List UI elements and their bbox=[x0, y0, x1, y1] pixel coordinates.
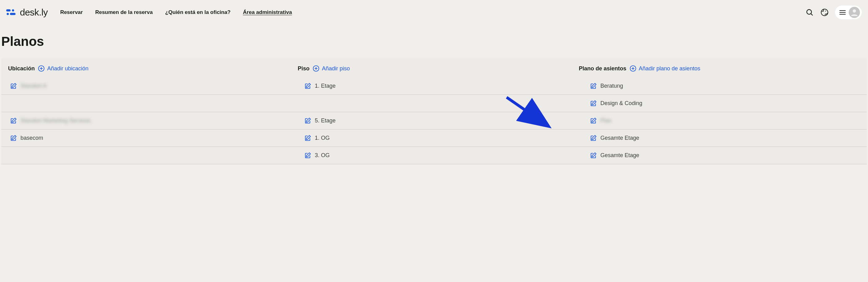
nav-resumen[interactable]: Resumen de la reserva bbox=[95, 9, 153, 15]
globe-icon[interactable] bbox=[820, 8, 829, 17]
edit-icon[interactable] bbox=[10, 135, 17, 142]
user-menu[interactable] bbox=[835, 6, 862, 19]
seatplan-cell: Beratung bbox=[581, 77, 867, 95]
svg-point-7 bbox=[825, 10, 826, 11]
logo-icon bbox=[6, 9, 18, 16]
column-seatplan-label: Plano de asientos bbox=[579, 65, 626, 72]
add-seatplan-button[interactable]: Añadir plano de asientos bbox=[629, 65, 700, 72]
seatplan-name[interactable]: Gesamte Etage bbox=[600, 152, 639, 158]
edit-icon[interactable] bbox=[590, 117, 597, 124]
location-cell bbox=[1, 95, 296, 112]
menu-icon bbox=[839, 10, 846, 15]
edit-icon[interactable] bbox=[10, 117, 17, 124]
floor-name[interactable]: 5. Etage bbox=[315, 117, 336, 124]
seatplan-cell: Gesamte Etage bbox=[581, 147, 867, 164]
app-header: desk.ly Reservar Resumen de la reserva ¿… bbox=[0, 0, 868, 25]
location-cell: Standort Marketing Services bbox=[1, 112, 296, 130]
location-cell: Standort A bbox=[1, 77, 296, 95]
header-actions bbox=[805, 6, 862, 19]
add-seatplan-label: Añadir plano de asientos bbox=[639, 65, 700, 72]
edit-icon[interactable] bbox=[304, 152, 311, 159]
svg-point-4 bbox=[807, 10, 811, 14]
seatplan-name[interactable]: Design & Coding bbox=[600, 100, 642, 107]
edit-icon[interactable] bbox=[590, 152, 597, 159]
floor-cell bbox=[296, 95, 581, 112]
edit-icon[interactable] bbox=[304, 83, 311, 90]
location-name[interactable]: Standort Marketing Services bbox=[21, 117, 91, 124]
svg-point-2 bbox=[7, 13, 9, 15]
table-body: Standort A1. EtageBeratungDesign & Codin… bbox=[1, 77, 867, 164]
edit-icon[interactable] bbox=[590, 135, 597, 142]
edit-icon[interactable] bbox=[590, 83, 597, 90]
logo[interactable]: desk.ly bbox=[6, 7, 48, 17]
nav-reservar[interactable]: Reservar bbox=[60, 9, 83, 15]
page-title: Planos bbox=[0, 25, 868, 58]
edit-icon[interactable] bbox=[10, 83, 17, 90]
column-floor-label: Piso bbox=[298, 65, 310, 72]
seatplan-name[interactable]: Gesamte Etage bbox=[600, 135, 639, 141]
table-header: Ubicación Añadir ubicación Piso Añadir p… bbox=[1, 58, 867, 77]
main-nav: Reservar Resumen de la reserva ¿Quién es… bbox=[60, 9, 805, 15]
plus-circle-icon bbox=[629, 65, 637, 72]
svg-rect-3 bbox=[10, 13, 16, 15]
svg-point-1 bbox=[12, 9, 14, 11]
location-name[interactable]: basecom bbox=[21, 135, 43, 141]
seatplan-cell: Gesamte Etage bbox=[581, 130, 867, 147]
plus-circle-icon bbox=[38, 65, 45, 72]
search-icon[interactable] bbox=[805, 8, 814, 17]
edit-icon[interactable] bbox=[304, 117, 311, 124]
svg-line-5 bbox=[811, 14, 813, 15]
seatplan-cell: Plan bbox=[581, 112, 867, 130]
svg-rect-0 bbox=[6, 9, 10, 11]
floor-name[interactable]: 1. OG bbox=[315, 135, 330, 141]
floor-cell: 5. Etage bbox=[296, 112, 581, 130]
floor-cell: 1. Etage bbox=[296, 77, 581, 95]
seatplan-name[interactable]: Beratung bbox=[600, 83, 623, 89]
plus-circle-icon bbox=[313, 65, 319, 72]
floor-cell: 1. OG bbox=[296, 130, 581, 147]
logo-text: desk.ly bbox=[20, 7, 48, 17]
add-location-label: Añadir ubicación bbox=[47, 65, 89, 72]
add-floor-button[interactable]: Añadir piso bbox=[313, 65, 350, 72]
location-cell bbox=[1, 147, 296, 164]
floor-name[interactable]: 1. Etage bbox=[315, 83, 336, 89]
nav-quien[interactable]: ¿Quién está en la oficina? bbox=[165, 9, 231, 15]
location-cell: basecom bbox=[1, 130, 296, 147]
seatplan-name[interactable]: Plan bbox=[600, 117, 612, 124]
seatplan-cell: Design & Coding bbox=[581, 95, 867, 112]
edit-icon[interactable] bbox=[590, 100, 597, 107]
plans-table: Ubicación Añadir ubicación Piso Añadir p… bbox=[1, 58, 867, 164]
floor-cell: 3. OG bbox=[296, 147, 581, 164]
svg-point-11 bbox=[853, 9, 856, 12]
edit-icon[interactable] bbox=[304, 135, 311, 142]
add-location-button[interactable]: Añadir ubicación bbox=[38, 65, 89, 72]
nav-admin[interactable]: Área administrativa bbox=[243, 9, 292, 15]
floor-name[interactable]: 3. OG bbox=[315, 152, 330, 158]
avatar bbox=[849, 7, 860, 18]
svg-point-6 bbox=[821, 9, 828, 16]
location-name[interactable]: Standort A bbox=[21, 83, 46, 89]
add-floor-label: Añadir piso bbox=[322, 65, 350, 72]
column-location-label: Ubicación bbox=[8, 65, 35, 72]
